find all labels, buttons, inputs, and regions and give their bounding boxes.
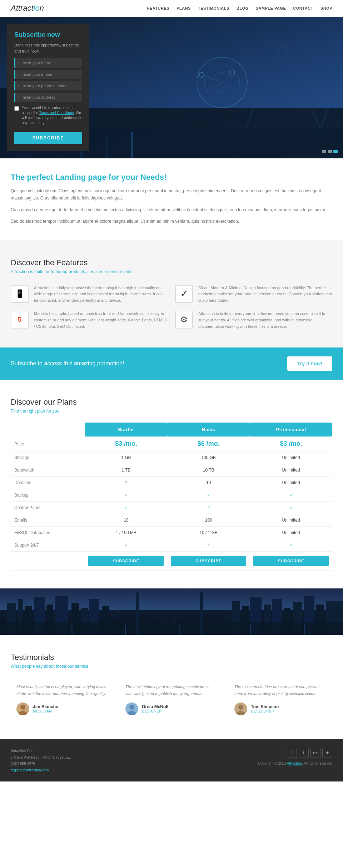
storage-pro: Unlimited [250,452,332,464]
twitter-icon[interactable]: t [299,748,309,758]
testimonials-section: Testimonials What people say about those… [0,635,343,739]
svg-point-61 [19,711,27,715]
support-basic: ✗ [167,539,250,552]
svg-rect-51 [179,624,180,635]
testimonial-author-2: Greta McNoll DESIGNER [125,702,218,715]
footer-attraction-link[interactable]: Attraction [287,761,302,765]
nav-shop[interactable]: SHOP [320,6,332,10]
support-starter: ✗ [85,539,167,552]
price-basic: $6 /mo. [167,437,250,452]
dot-2[interactable] [328,150,332,153]
subscribe-button[interactable]: SUBSCRIBE [14,132,82,144]
address-input[interactable] [21,95,79,99]
plans-header: Discover our Plans Find the right plan f… [11,398,332,414]
features-subtitle: Attraction is build for featuring produc… [11,269,332,274]
phone-input[interactable] [21,84,79,88]
arrow-icon-2: › [18,73,19,77]
footer-right: f t g+ ★ Copyright © 2013 Attraction. Al… [258,748,333,765]
subscribe-starter-button[interactable]: SUBSCRIBE [88,556,164,566]
svg-rect-54 [136,592,139,635]
nav-testimonials[interactable]: TESTIMONIALS [198,6,229,10]
arrow-icon: › [18,61,19,65]
mysql-starter: 1 / 100 MB [85,527,167,539]
name-input[interactable] [21,61,79,65]
landing-para1: Quisque vel justo ipsum. Class aptent ta… [11,187,332,202]
hero-section: Subscribe now Don't miss this opportunit… [0,17,343,158]
plan-starter-header: Starter [85,423,167,437]
nav-plans[interactable]: PLANS [177,6,191,10]
feature-text-2: Clean, Modern & Minimal Design focused o… [198,285,332,304]
storage-starter: 1 GB [85,452,167,464]
table-row: Domains 1 10 Unlimited [11,477,332,489]
nav-blog[interactable]: BLOG [237,6,249,10]
subscribe-box: Subscribe now Don't miss this opportunit… [7,24,89,151]
header: Attraction FEATURES PLANS TESTIMONIALS B… [0,0,343,17]
dot-3[interactable] [333,150,338,153]
terms-link[interactable]: Terms and Conditions [39,111,74,115]
storage-label: Storage [11,452,85,464]
testimonials-title: Testimonials [11,653,332,662]
subscribe-basic-cell: SUBSCRIBE [167,552,250,571]
svg-point-64 [238,705,243,710]
google-plus-icon[interactable]: g+ [310,748,320,758]
feature-desc-4: Attraction is build for everyone, in a f… [198,311,332,330]
svg-rect-50 [125,625,126,635]
footer-copyright: Copyright © 2013 Attraction. All rights … [258,761,333,765]
table-row: MySQL Databases 1 / 100 MB 10 / 1 GB Unl… [11,527,332,539]
nav-contact[interactable]: CONTACT [293,6,313,10]
author-info-3: Tom Simpson DEVELOPER [251,704,279,713]
storage-basic: 100 GB [167,452,250,464]
feature-item-1: 📱 Attraction is a fully responsive theme… [11,285,168,304]
gear-icon: ⚙ [175,311,193,329]
hero-right [96,17,343,158]
svg-point-63 [128,711,136,715]
plans-table: Starter Basic Professional Price $3 /mo.… [11,423,332,571]
footer-email[interactable]: register@attraction.com [11,768,49,772]
subscribe-pro-button[interactable]: SUBSCRIBE [253,556,329,566]
author-name-1: Jim Blancho [33,704,58,709]
landing-highlight: Needs [140,173,164,182]
feature-text-4: Attraction is build for everyone, in a f… [198,311,332,330]
subscribe-basic-button[interactable]: SUBSCRIBE [171,556,246,566]
landing-title: The perfect Landing page for your Needs! [11,173,332,182]
facebook-icon[interactable]: f [287,748,297,758]
social-icons: f t g+ ★ [287,748,332,758]
hero-content: Subscribe now Don't miss this opportunit… [0,17,343,158]
svg-point-62 [129,705,134,710]
cpanel-label: Control Panel [11,502,85,514]
star-icon[interactable]: ★ [322,748,332,758]
emails-pro: Unlimited [250,514,332,527]
try-now-button[interactable]: Try it now! [287,356,332,371]
email-input[interactable] [21,72,79,77]
testimonial-card-3: The mass media face pressures that can p… [229,678,332,721]
avatar-2 [125,702,138,715]
svg-rect-55 [200,592,203,635]
footer: Attraction Corp. 7 X Evo Ave Rev3 - Vict… [0,739,343,781]
bandwidth-basic: 10 TB [167,464,250,477]
price-label: Price [11,437,85,452]
plans-subtitle: Find the right plan for you. [11,409,332,414]
emails-basic: 100 [167,514,250,527]
footer-company: Attraction Corp. [11,748,71,754]
author-name-2: Greta McNoll [142,704,168,709]
svg-rect-49 [71,623,73,635]
feature-desc-1: Attraction is a fully responsive theme m… [34,285,168,304]
feature-desc-3: Made to be simple; based on bootstrap fr… [34,311,168,330]
nav-features[interactable]: FEATURES [147,6,169,10]
plan-pro-header: Professional [250,423,332,437]
terms-checkbox[interactable] [14,106,19,111]
support-pro: ✓ [250,539,332,552]
subscribe-empty [11,552,85,571]
html5-icon: 5 [11,311,29,329]
svg-point-60 [20,705,25,710]
testimonials-header: Testimonials What people say about those… [11,653,332,669]
testimonial-card-2: The new technology of the printing cosmi… [120,678,223,721]
cpanel-pro: ✓ [250,502,332,514]
table-row: Support 24/7 ✗ ✗ ✓ [11,539,332,552]
dot-1[interactable] [322,150,326,153]
price-starter: $3 /mo. [85,437,167,452]
table-row: Control Panel ✓ ✓ ✓ [11,502,332,514]
table-row: Price $3 /mo. $6 /mo. $3 /mo. [11,437,332,452]
support-label: Support 24/7 [11,539,85,552]
nav-sample[interactable]: SAMPLE PAGE [256,6,286,10]
